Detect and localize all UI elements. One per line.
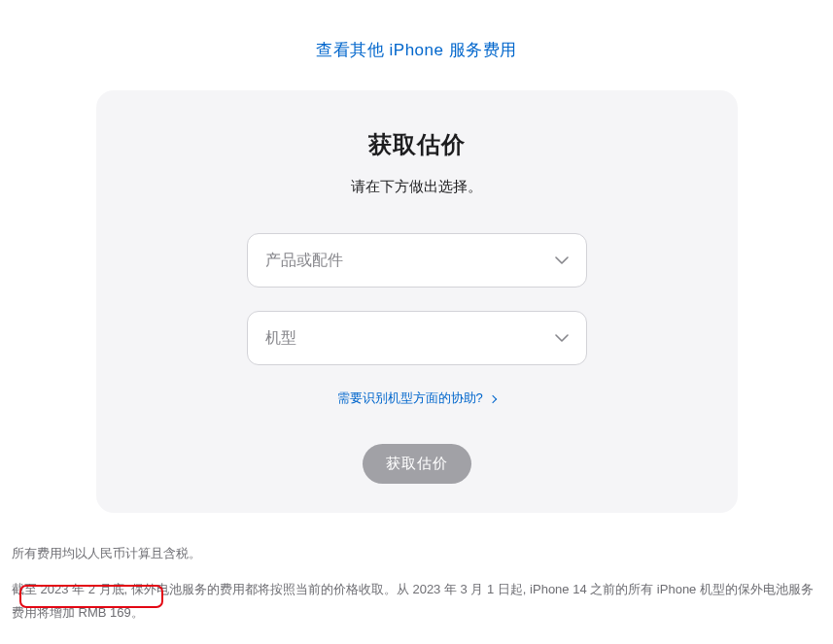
model-select[interactable]: 机型 bbox=[247, 311, 587, 365]
other-service-fees-link[interactable]: 查看其他 iPhone 服务费用 bbox=[316, 41, 516, 59]
card-title: 获取估价 bbox=[116, 129, 718, 160]
top-link-container: 查看其他 iPhone 服务费用 bbox=[0, 0, 833, 90]
product-select[interactable]: 产品或配件 bbox=[247, 233, 587, 288]
get-estimate-button[interactable]: 获取估价 bbox=[363, 444, 471, 484]
chevron-down-icon bbox=[555, 256, 569, 264]
footnote-tax: 所有费用均以人民币计算且含税。 bbox=[12, 542, 821, 564]
help-link-container: 需要识别机型方面的协助? bbox=[116, 389, 718, 407]
footnotes: 所有费用均以人民币计算且含税。 截至 2023 年 2 月底, 保外电池服务的费… bbox=[0, 513, 833, 624]
chevron-right-icon bbox=[489, 394, 497, 402]
card-subtitle: 请在下方做出选择。 bbox=[116, 178, 718, 196]
product-select-placeholder: 产品或配件 bbox=[265, 251, 343, 271]
estimate-card: 获取估价 请在下方做出选择。 产品或配件 机型 需要识别机型方面的协助? 获取估… bbox=[96, 90, 738, 513]
submit-container: 获取估价 bbox=[116, 444, 718, 484]
product-select-wrapper: 产品或配件 bbox=[247, 233, 587, 288]
chevron-down-icon bbox=[555, 334, 569, 342]
identify-model-help-link[interactable]: 需要识别机型方面的协助? bbox=[337, 390, 497, 405]
model-select-wrapper: 机型 bbox=[247, 311, 587, 365]
help-link-text: 需要识别机型方面的协助? bbox=[337, 390, 483, 405]
footnote-price-change: 截至 2023 年 2 月底, 保外电池服务的费用都将按照当前的价格收取。从 2… bbox=[12, 578, 821, 624]
model-select-placeholder: 机型 bbox=[265, 328, 296, 349]
